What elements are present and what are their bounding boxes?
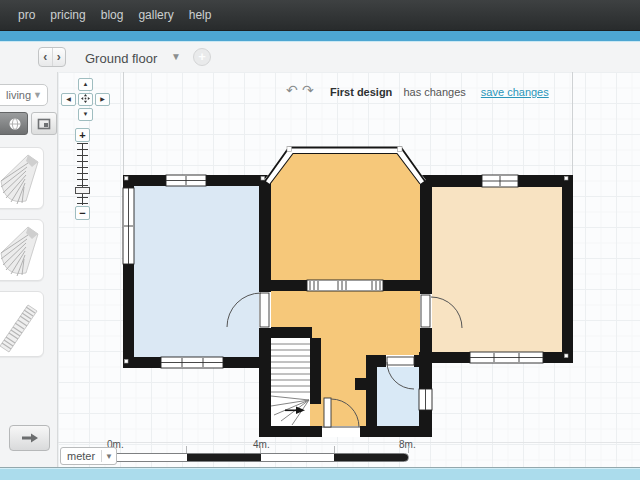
add-floor-button[interactable]: +: [193, 48, 211, 66]
window-wc: [419, 389, 432, 410]
pan-right-button[interactable]: ▶: [95, 93, 110, 106]
nav-item-pro[interactable]: pro: [18, 8, 35, 22]
floor-selector[interactable]: Ground floor: [85, 51, 157, 66]
pan-left-button[interactable]: ◀: [61, 93, 76, 106]
chevron-down-icon: ▼: [33, 90, 42, 100]
pan-center-button[interactable]: [78, 93, 93, 106]
room-right[interactable]: [426, 181, 568, 358]
prev-floor-icon[interactable]: ‹: [39, 48, 53, 66]
stair-item-straight[interactable]: [0, 291, 44, 357]
next-floor-icon[interactable]: ›: [53, 48, 66, 66]
room-wc[interactable]: [372, 361, 424, 429]
sliding-door: [307, 280, 383, 291]
window-right-bottom: [470, 352, 543, 363]
nav-item-help[interactable]: help: [189, 8, 212, 22]
move-icon: [81, 94, 90, 103]
zoom-slider-track[interactable]: [77, 143, 88, 205]
category-dropdown-value: living: [0, 89, 31, 101]
changes-message: has changes: [403, 86, 465, 98]
frame-icon: [37, 118, 51, 130]
category-dropdown[interactable]: living ▼: [0, 84, 48, 106]
save-changes-link[interactable]: save changes: [481, 86, 549, 98]
stair-thumbnail: [0, 294, 42, 354]
accent-bar-top: [0, 31, 640, 42]
pan-up-button[interactable]: ▲: [78, 78, 93, 91]
arrow-right-icon: [20, 432, 40, 444]
window-left-side: [123, 188, 134, 264]
stair-item-spiral-2[interactable]: [0, 219, 44, 281]
redo-icon[interactable]: ↷: [302, 82, 314, 98]
pan-down-button[interactable]: ▼: [78, 108, 93, 121]
view-2d-toggle[interactable]: [31, 112, 57, 135]
zoom-out-button[interactable]: −: [75, 206, 90, 220]
sidebar-next-button[interactable]: [9, 425, 50, 451]
floorplan[interactable]: [58, 72, 640, 467]
stair-item-spiral-1[interactable]: [0, 147, 44, 209]
chevron-down-icon[interactable]: ▼: [171, 51, 181, 62]
scale-label-4m: 4m.: [253, 439, 270, 450]
undo-icon[interactable]: ↶: [286, 82, 298, 98]
top-nav: pro pricing blog gallery help: [0, 0, 640, 31]
zoom-in-button[interactable]: +: [75, 128, 90, 142]
nav-item-gallery[interactable]: gallery: [138, 8, 173, 22]
sphere-icon: [8, 117, 22, 131]
status-bar: First design has changes save changes: [330, 86, 549, 98]
window-right-top: [482, 175, 518, 187]
stair-thumbnail: [0, 221, 42, 279]
unit-selector[interactable]: meter ▼: [60, 447, 117, 465]
stair-thumbnail: [0, 149, 42, 207]
app-window: pro pricing blog gallery help ‹ › Ground…: [0, 0, 640, 480]
nav-item-blog[interactable]: blog: [101, 8, 124, 22]
accent-bar-bottom: [0, 467, 640, 480]
scale-ruler: [112, 453, 409, 462]
window-left-top: [166, 175, 206, 186]
room-center-top[interactable]: [265, 151, 425, 291]
unit-selector-value: meter: [61, 450, 101, 462]
room-left[interactable]: [128, 180, 265, 363]
chevron-down-icon: ▼: [102, 452, 116, 461]
window-left-bottom: [161, 357, 223, 368]
floor-pager[interactable]: ‹ ›: [38, 47, 66, 67]
design-name: First design: [330, 86, 392, 98]
staircase[interactable]: [271, 338, 310, 426]
view-3d-toggle[interactable]: [0, 112, 28, 135]
zoom-slider-handle[interactable]: [75, 187, 90, 194]
nav-item-pricing[interactable]: pricing: [50, 8, 85, 22]
